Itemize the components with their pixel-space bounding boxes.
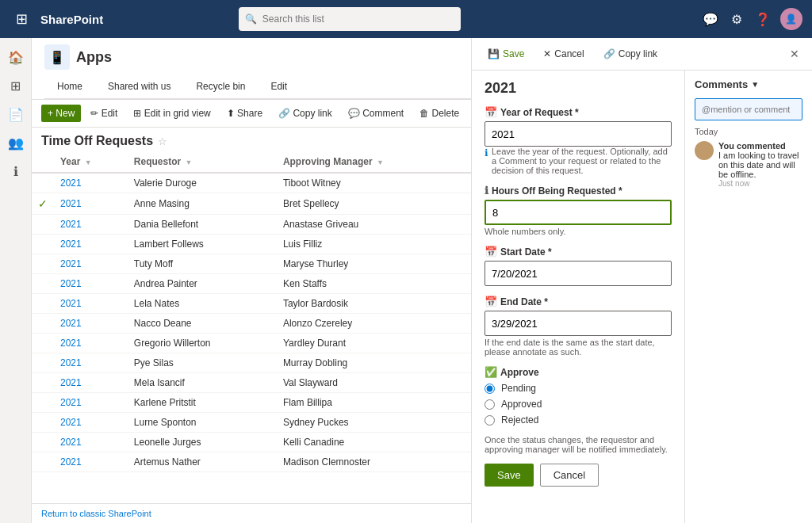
row-check bbox=[32, 173, 54, 193]
right-panel: 💾 Save ✕ Cancel 🔗 Copy link ✕ 2021 � bbox=[471, 38, 812, 523]
help-icon[interactable]: ❓ bbox=[752, 9, 774, 30]
row-check bbox=[32, 334, 54, 353]
search-input[interactable] bbox=[239, 7, 461, 31]
radio-rejected[interactable]: Rejected bbox=[485, 414, 672, 426]
row-manager: Flam Billipa bbox=[277, 393, 466, 413]
form-save-button[interactable]: Save bbox=[485, 464, 534, 487]
edit-grid-button[interactable]: ⊞ Edit in grid view bbox=[127, 105, 216, 122]
year-link[interactable]: 2021 bbox=[60, 239, 82, 250]
nav-item-shared[interactable]: Shared with us bbox=[95, 78, 183, 95]
col-manager[interactable]: Approving Manager ▼ bbox=[277, 151, 466, 173]
row-manager: Maryse Thurley bbox=[277, 254, 466, 274]
comment-time: Just now bbox=[718, 179, 802, 188]
sidebar: 🏠 ⊞ 📄 👥 ℹ bbox=[0, 38, 32, 523]
share-button[interactable]: ⬆ Share bbox=[220, 105, 269, 122]
row-manager: Kelli Canadine bbox=[277, 433, 466, 452]
year-link[interactable]: 2021 bbox=[60, 219, 82, 230]
sidebar-info-icon[interactable]: ℹ bbox=[3, 158, 29, 184]
year-link[interactable]: 2021 bbox=[60, 258, 82, 269]
row-check: ✓ bbox=[32, 193, 54, 215]
year-link[interactable]: 2021 bbox=[60, 298, 82, 309]
copy-link-button[interactable]: 🔗 Copy link bbox=[272, 105, 339, 122]
year-link[interactable]: 2021 bbox=[60, 377, 82, 388]
year-link[interactable]: 2021 bbox=[60, 397, 82, 408]
radio-approved[interactable]: Approved bbox=[485, 399, 672, 410]
sidebar-apps-icon[interactable]: ⊞ bbox=[3, 73, 29, 98]
row-check bbox=[32, 353, 54, 373]
row-check bbox=[32, 314, 54, 334]
save-icon: 💾 bbox=[488, 48, 500, 59]
row-requestor: Tuty Moff bbox=[128, 254, 277, 274]
row-check bbox=[32, 254, 54, 274]
panel-save-button[interactable]: 💾 Save bbox=[481, 45, 530, 63]
row-year: 2021 bbox=[54, 215, 128, 235]
delete-button[interactable]: 🗑 Delete bbox=[413, 105, 465, 122]
row-check bbox=[32, 215, 54, 235]
row-manager: Val Slayward bbox=[277, 373, 466, 393]
row-check bbox=[32, 274, 54, 294]
main-layout: 🏠 ⊞ 📄 👥 ℹ 📱 Apps Home Shared with us Rec… bbox=[0, 38, 812, 523]
year-link[interactable]: 2021 bbox=[60, 198, 82, 209]
col-year[interactable]: Year ▼ bbox=[54, 151, 128, 173]
panel-copy-link-button[interactable]: 🔗 Copy link bbox=[597, 45, 664, 63]
row-year: 2021 bbox=[54, 254, 128, 274]
sidebar-home-icon[interactable]: 🏠 bbox=[3, 44, 29, 70]
row-check bbox=[32, 452, 54, 472]
chat-icon[interactable]: 💬 bbox=[699, 9, 722, 30]
comment-input[interactable] bbox=[695, 98, 802, 120]
row-year: 2021 bbox=[54, 452, 128, 472]
comments-header: Comments ▼ bbox=[695, 78, 802, 90]
end-date-group: 📅 End Date * If the end date is the same… bbox=[485, 296, 672, 357]
row-check bbox=[32, 373, 54, 393]
panel-header: 💾 Save ✕ Cancel 🔗 Copy link ✕ bbox=[472, 38, 812, 71]
row-manager: Anastase Griveau bbox=[277, 215, 466, 235]
panel-close-button[interactable]: ✕ bbox=[787, 44, 802, 63]
comment-text: I am looking to travel on this date and … bbox=[718, 151, 802, 179]
nav-item-recycle[interactable]: Recycle bin bbox=[183, 78, 258, 95]
sidebar-doc-icon[interactable]: 📄 bbox=[3, 101, 29, 127]
year-link[interactable]: 2021 bbox=[60, 357, 82, 368]
start-date-label: 📅 Start Date * bbox=[485, 246, 672, 258]
panel-cancel-button[interactable]: ✕ Cancel bbox=[537, 45, 590, 63]
new-button[interactable]: + New bbox=[41, 105, 81, 122]
radio-pending[interactable]: Pending bbox=[485, 383, 672, 394]
year-link[interactable]: 2021 bbox=[60, 318, 82, 329]
start-date-input[interactable] bbox=[485, 261, 672, 286]
row-manager: Alonzo Czereley bbox=[277, 314, 466, 334]
nav-item-home[interactable]: Home bbox=[44, 78, 95, 95]
settings-icon[interactable]: ⚙ bbox=[728, 9, 745, 30]
status-note: Once the status changes, the requestor a… bbox=[485, 435, 672, 454]
year-link[interactable]: 2021 bbox=[60, 456, 82, 468]
year-link[interactable]: 2021 bbox=[60, 338, 82, 349]
nav-item-edit[interactable]: Edit bbox=[258, 78, 300, 95]
row-check bbox=[32, 235, 54, 254]
row-check bbox=[32, 413, 54, 433]
approve-label: ✅ Approve bbox=[485, 366, 672, 378]
avatar[interactable]: 👤 bbox=[780, 8, 802, 30]
year-link[interactable]: 2021 bbox=[60, 178, 82, 189]
info-icon: ℹ bbox=[485, 147, 488, 158]
chevron-down-icon[interactable]: ▼ bbox=[751, 80, 759, 89]
row-year: 2021 bbox=[54, 173, 128, 193]
form-actions: Save Cancel bbox=[485, 464, 672, 487]
row-manager: Madison Clemnoster bbox=[277, 452, 466, 472]
star-icon[interactable]: ☆ bbox=[158, 136, 167, 147]
edit-button[interactable]: ✏ Edit bbox=[84, 105, 124, 122]
col-requestor[interactable]: Requestor ▼ bbox=[128, 151, 277, 173]
waffle-icon[interactable]: ⊞ bbox=[10, 7, 34, 31]
sidebar-people-icon[interactable]: 👥 bbox=[3, 130, 29, 155]
row-manager: Ken Staffs bbox=[277, 274, 466, 294]
end-date-input[interactable] bbox=[485, 311, 672, 336]
row-manager: Luis Filliz bbox=[277, 235, 466, 254]
year-link[interactable]: 2021 bbox=[60, 437, 82, 448]
row-requestor: Nacco Deane bbox=[128, 314, 277, 334]
form-cancel-button[interactable]: Cancel bbox=[540, 464, 599, 487]
comment-button[interactable]: 💬 Comment bbox=[342, 105, 410, 122]
year-input[interactable] bbox=[485, 121, 672, 147]
panel-content: 2021 📅 Year of Request * ℹ Leave the yea… bbox=[472, 71, 812, 523]
year-link[interactable]: 2021 bbox=[60, 278, 82, 289]
year-link[interactable]: 2021 bbox=[60, 417, 82, 428]
row-requestor: Lela Nates bbox=[128, 294, 277, 314]
hours-input[interactable] bbox=[485, 200, 672, 225]
row-year: 2021 bbox=[54, 235, 128, 254]
